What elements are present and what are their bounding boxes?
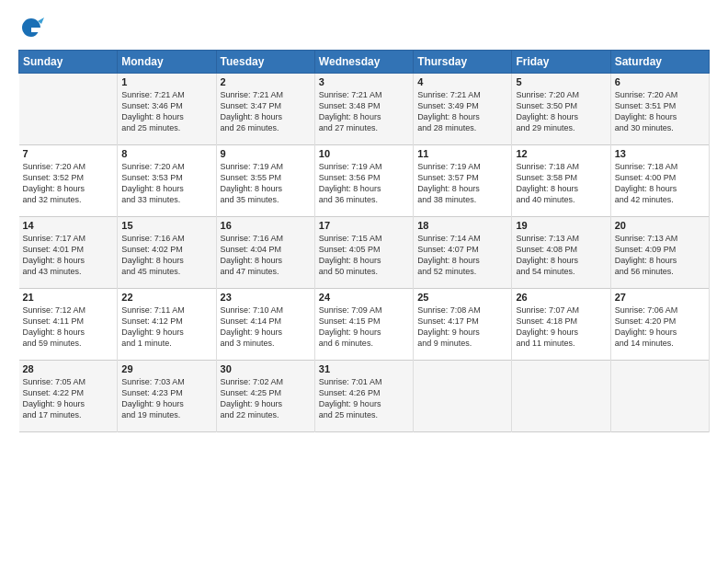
cell-info: Sunrise: 7:14 AM Sunset: 4:07 PM Dayligh… — [417, 233, 507, 278]
calendar-cell: 24Sunrise: 7:09 AM Sunset: 4:15 PM Dayli… — [314, 289, 413, 361]
cell-info: Sunrise: 7:05 AM Sunset: 4:22 PM Dayligh… — [23, 376, 114, 421]
cell-info: Sunrise: 7:21 AM Sunset: 3:49 PM Dayligh… — [417, 89, 507, 134]
day-number: 3 — [319, 76, 409, 87]
cell-info: Sunrise: 7:19 AM Sunset: 3:56 PM Dayligh… — [319, 161, 409, 206]
calendar-cell: 31Sunrise: 7:01 AM Sunset: 4:26 PM Dayli… — [314, 361, 413, 432]
day-number: 17 — [319, 220, 409, 231]
week-row-2: 7Sunrise: 7:20 AM Sunset: 3:52 PM Daylig… — [19, 145, 710, 217]
day-number: 11 — [417, 148, 507, 159]
day-number: 7 — [23, 148, 114, 159]
day-header-tuesday: Tuesday — [216, 51, 314, 74]
day-number: 9 — [221, 148, 311, 159]
calendar-cell: 3Sunrise: 7:21 AM Sunset: 3:48 PM Daylig… — [314, 74, 413, 145]
day-number: 16 — [221, 220, 311, 231]
cell-info: Sunrise: 7:21 AM Sunset: 3:47 PM Dayligh… — [221, 89, 311, 134]
day-number: 22 — [121, 292, 211, 303]
day-number: 15 — [121, 220, 211, 231]
cell-info: Sunrise: 7:13 AM Sunset: 4:08 PM Dayligh… — [516, 233, 606, 278]
cell-info: Sunrise: 7:18 AM Sunset: 4:00 PM Dayligh… — [615, 161, 705, 206]
logo-icon — [18, 15, 44, 40]
day-number: 24 — [319, 292, 409, 303]
cell-info: Sunrise: 7:19 AM Sunset: 3:57 PM Dayligh… — [417, 161, 507, 206]
calendar-cell: 26Sunrise: 7:07 AM Sunset: 4:18 PM Dayli… — [512, 289, 610, 361]
day-header-monday: Monday — [118, 51, 216, 74]
cell-info: Sunrise: 7:21 AM Sunset: 3:46 PM Dayligh… — [121, 89, 211, 134]
calendar-cell: 27Sunrise: 7:06 AM Sunset: 4:20 PM Dayli… — [610, 289, 709, 361]
calendar-cell: 22Sunrise: 7:11 AM Sunset: 4:12 PM Dayli… — [118, 289, 216, 361]
cell-info: Sunrise: 7:10 AM Sunset: 4:14 PM Dayligh… — [221, 304, 311, 350]
week-row-1: 1Sunrise: 7:21 AM Sunset: 3:46 PM Daylig… — [19, 74, 710, 145]
calendar-cell: 9Sunrise: 7:19 AM Sunset: 3:55 PM Daylig… — [216, 145, 314, 217]
calendar-cell: 14Sunrise: 7:17 AM Sunset: 4:01 PM Dayli… — [19, 217, 118, 289]
calendar-cell: 16Sunrise: 7:16 AM Sunset: 4:04 PM Dayli… — [216, 217, 314, 289]
calendar-cell: 2Sunrise: 7:21 AM Sunset: 3:47 PM Daylig… — [216, 74, 314, 145]
week-row-4: 21Sunrise: 7:12 AM Sunset: 4:11 PM Dayli… — [19, 289, 710, 361]
calendar-cell — [512, 361, 610, 432]
calendar-table: SundayMondayTuesdayWednesdayThursdayFrid… — [18, 50, 710, 432]
cell-info: Sunrise: 7:15 AM Sunset: 4:05 PM Dayligh… — [319, 233, 409, 278]
day-header-thursday: Thursday — [414, 51, 512, 74]
calendar-cell: 29Sunrise: 7:03 AM Sunset: 4:23 PM Dayli… — [118, 361, 216, 432]
day-number: 8 — [121, 148, 211, 159]
day-number: 21 — [23, 292, 114, 303]
calendar-cell: 23Sunrise: 7:10 AM Sunset: 4:14 PM Dayli… — [216, 289, 314, 361]
day-number: 31 — [319, 363, 409, 374]
calendar-cell: 4Sunrise: 7:21 AM Sunset: 3:49 PM Daylig… — [414, 74, 512, 145]
cell-info: Sunrise: 7:11 AM Sunset: 4:12 PM Dayligh… — [121, 304, 211, 350]
week-row-3: 14Sunrise: 7:17 AM Sunset: 4:01 PM Dayli… — [19, 217, 710, 289]
day-number: 10 — [319, 148, 409, 159]
days-header-row: SundayMondayTuesdayWednesdayThursdayFrid… — [19, 51, 710, 74]
day-number: 27 — [615, 292, 705, 303]
day-number: 5 — [516, 76, 606, 87]
cell-info: Sunrise: 7:18 AM Sunset: 3:58 PM Dayligh… — [516, 161, 606, 206]
cell-info: Sunrise: 7:07 AM Sunset: 4:18 PM Dayligh… — [516, 304, 606, 350]
cell-info: Sunrise: 7:13 AM Sunset: 4:09 PM Dayligh… — [615, 233, 705, 278]
calendar-cell: 15Sunrise: 7:16 AM Sunset: 4:02 PM Dayli… — [118, 217, 216, 289]
calendar-cell: 20Sunrise: 7:13 AM Sunset: 4:09 PM Dayli… — [610, 217, 709, 289]
header — [18, 15, 710, 40]
day-number: 18 — [417, 220, 507, 231]
day-header-wednesday: Wednesday — [314, 51, 413, 74]
calendar-cell: 11Sunrise: 7:19 AM Sunset: 3:57 PM Dayli… — [414, 145, 512, 217]
day-header-sunday: Sunday — [19, 51, 118, 74]
calendar-cell: 5Sunrise: 7:20 AM Sunset: 3:50 PM Daylig… — [512, 74, 610, 145]
cell-info: Sunrise: 7:19 AM Sunset: 3:55 PM Dayligh… — [221, 161, 311, 206]
cell-info: Sunrise: 7:20 AM Sunset: 3:52 PM Dayligh… — [23, 161, 114, 206]
calendar-cell: 6Sunrise: 7:20 AM Sunset: 3:51 PM Daylig… — [610, 74, 709, 145]
calendar-cell: 7Sunrise: 7:20 AM Sunset: 3:52 PM Daylig… — [19, 145, 118, 217]
cell-info: Sunrise: 7:08 AM Sunset: 4:17 PM Dayligh… — [417, 304, 507, 350]
day-number: 28 — [23, 363, 114, 374]
calendar-cell: 28Sunrise: 7:05 AM Sunset: 4:22 PM Dayli… — [19, 361, 118, 432]
day-number: 14 — [23, 220, 114, 231]
day-header-friday: Friday — [512, 51, 610, 74]
calendar-cell: 21Sunrise: 7:12 AM Sunset: 4:11 PM Dayli… — [19, 289, 118, 361]
cell-info: Sunrise: 7:02 AM Sunset: 4:25 PM Dayligh… — [221, 376, 311, 421]
calendar-cell: 30Sunrise: 7:02 AM Sunset: 4:25 PM Dayli… — [216, 361, 314, 432]
cell-info: Sunrise: 7:20 AM Sunset: 3:51 PM Dayligh… — [615, 89, 705, 134]
calendar-cell: 1Sunrise: 7:21 AM Sunset: 3:46 PM Daylig… — [118, 74, 216, 145]
cell-info: Sunrise: 7:12 AM Sunset: 4:11 PM Dayligh… — [23, 304, 114, 350]
day-number: 25 — [417, 292, 507, 303]
day-number: 4 — [417, 76, 507, 87]
cell-info: Sunrise: 7:21 AM Sunset: 3:48 PM Dayligh… — [319, 89, 409, 134]
cell-info: Sunrise: 7:01 AM Sunset: 4:26 PM Dayligh… — [319, 376, 409, 421]
day-number: 20 — [615, 220, 705, 231]
cell-info: Sunrise: 7:09 AM Sunset: 4:15 PM Dayligh… — [319, 304, 409, 350]
calendar-cell: 8Sunrise: 7:20 AM Sunset: 3:53 PM Daylig… — [118, 145, 216, 217]
calendar-cell: 25Sunrise: 7:08 AM Sunset: 4:17 PM Dayli… — [414, 289, 512, 361]
calendar-cell: 10Sunrise: 7:19 AM Sunset: 3:56 PM Dayli… — [314, 145, 413, 217]
day-number: 30 — [221, 363, 311, 374]
day-number: 23 — [221, 292, 311, 303]
cell-info: Sunrise: 7:20 AM Sunset: 3:50 PM Dayligh… — [516, 89, 606, 134]
calendar-cell — [610, 361, 709, 432]
day-number: 12 — [516, 148, 606, 159]
day-number: 19 — [516, 220, 606, 231]
day-number: 26 — [516, 292, 606, 303]
calendar-cell: 18Sunrise: 7:14 AM Sunset: 4:07 PM Dayli… — [414, 217, 512, 289]
calendar-cell: 19Sunrise: 7:13 AM Sunset: 4:08 PM Dayli… — [512, 217, 610, 289]
week-row-5: 28Sunrise: 7:05 AM Sunset: 4:22 PM Dayli… — [19, 361, 710, 432]
day-number: 6 — [615, 76, 705, 87]
day-number: 13 — [615, 148, 705, 159]
calendar-cell — [19, 74, 118, 145]
calendar-cell: 17Sunrise: 7:15 AM Sunset: 4:05 PM Dayli… — [314, 217, 413, 289]
